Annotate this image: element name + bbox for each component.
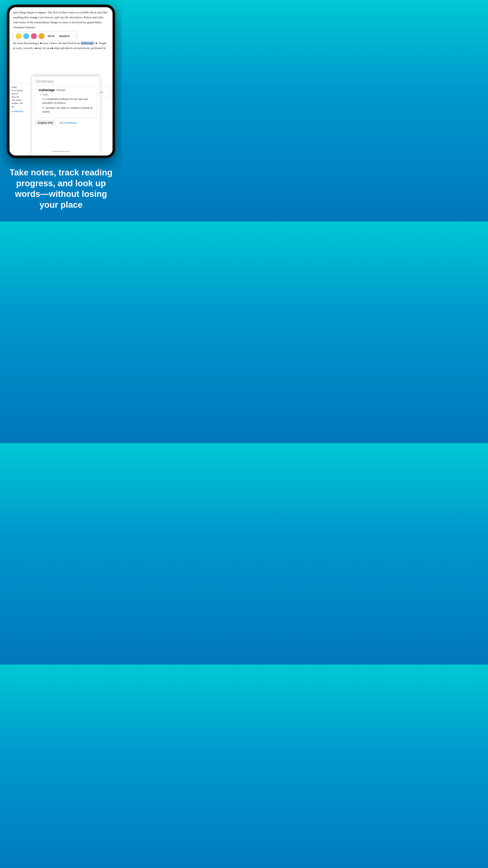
tagline-text: Take notes, track reading progress, and …: [7, 167, 115, 210]
book-text-cursor3: ►: [51, 46, 54, 50]
book-text-middle3: eans by stea: [37, 46, 51, 50]
book-text-before-highlight: the most fascinating p: [13, 41, 39, 45]
go-to-dictionary-button[interactable]: Go to dictionary: [58, 120, 78, 125]
color-yellow[interactable]: [15, 33, 22, 39]
def-text-1: a residential institution for the care a…: [42, 98, 88, 104]
wiki-text-content: ential ion or group care of who, for t b…: [11, 86, 32, 108]
home-indicator: [52, 151, 70, 152]
panels-area: ential ion or group care of who, for t b…: [9, 70, 112, 156]
highlight-toolbar: NOTE SEARCH ›: [13, 32, 76, 41]
book-text-ship: ship and deserts on horseback, performed…: [54, 46, 106, 50]
book-text-middle: the most fascinating p◄erson I knew. He …: [9, 41, 112, 51]
wikipedia-panel: ential ion or group care of who, for t b…: [9, 83, 34, 156]
color-orange[interactable]: [39, 33, 44, 39]
note-button[interactable]: NOTE: [46, 34, 56, 38]
dictionary-language-button[interactable]: English (US): [35, 120, 56, 125]
word-text: orphanage: [39, 88, 55, 92]
book-paragraph-top: nary things began to happen. The first o…: [13, 11, 107, 29]
highlighted-word: orphanage,: [80, 41, 94, 45]
book-text-cursor-right: ►: [94, 41, 98, 45]
def-number-1: 1.: [42, 98, 44, 100]
phone-screen: nary things began to happen. The first o…: [9, 7, 112, 156]
dictionary-panel: Dictionary orphanage /'ôrfenij/ I. noun …: [32, 76, 100, 156]
phone-container: nary things began to happen. The first o…: [0, 0, 122, 158]
book-text-cursor-left: ◄: [39, 41, 42, 45]
part-of-speech: I. noun: [39, 93, 93, 97]
book-text-after-cursor: erson I knew. He had lived in an: [42, 41, 80, 45]
color-pink[interactable]: [31, 33, 37, 39]
more-options-button[interactable]: ›: [73, 34, 74, 38]
dictionary-content: orphanage /'ôrfenij/ I. noun 1. a reside…: [35, 86, 97, 118]
color-blue[interactable]: [23, 33, 29, 39]
definition-1: 1. a residential institution for the car…: [39, 97, 93, 106]
wikipedia-link[interactable]: to Wikipedia: [11, 110, 32, 113]
def-number-2: 2.: [42, 106, 44, 109]
dictionary-footer: English (US) Go to dictionary: [32, 118, 100, 128]
def-archaic-label: <archaic>: [45, 106, 56, 109]
dictionary-word: orphanage /'ôrfenij/: [39, 86, 93, 93]
definition-2: 2. <archaic> the state or condition of b…: [39, 106, 93, 115]
word-phonetic: /'ôrfenij/: [56, 89, 65, 92]
search-button[interactable]: SEARCH: [58, 34, 71, 38]
tagline-section: Take notes, track reading progress, and …: [0, 158, 122, 221]
phone-frame: nary things began to happen. The first o…: [7, 4, 115, 158]
book-text-top: nary things began to happen. The first o…: [9, 7, 112, 32]
dictionary-header: Dictionary: [32, 76, 100, 86]
book-text-middle2: ◄: [34, 46, 37, 50]
